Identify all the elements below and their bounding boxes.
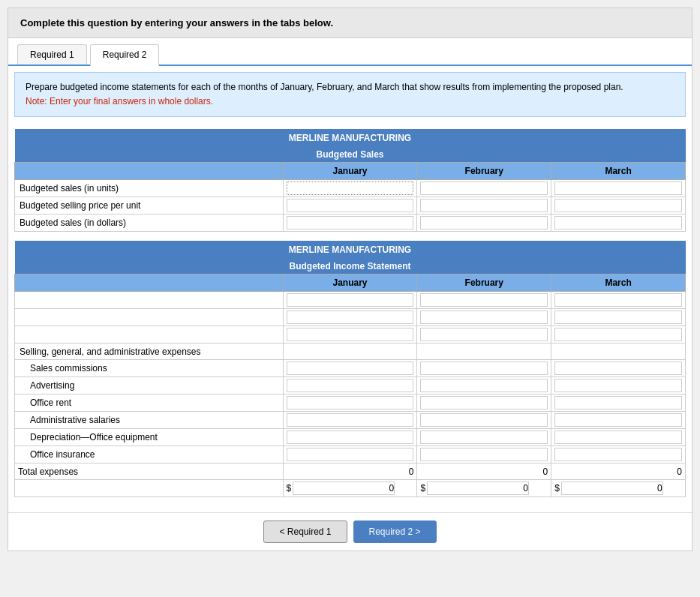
is-jan-insurance (283, 446, 417, 464)
is-subtitle-row: Budgeted Income Statement (15, 259, 686, 274)
tab-required1[interactable]: Required 1 (17, 44, 87, 64)
instruction-bar: Complete this question by entering your … (8, 8, 692, 38)
is-feb-commissions (417, 360, 551, 377)
is-label-sga: Selling, general, and administrative exp… (15, 344, 284, 360)
is-feb-3-input[interactable] (420, 328, 548, 341)
is-mar-final-input[interactable] (561, 482, 663, 495)
is-title-row: MERLINE MANUFACTURING (15, 241, 686, 259)
is-mar-rent-input[interactable] (554, 396, 682, 410)
is-feb-1-input[interactable] (420, 293, 548, 307)
is-label-2 (15, 309, 284, 326)
tab-required2[interactable]: Required 2 (90, 44, 160, 66)
is-mar-sga (551, 344, 686, 360)
is-feb-2-input[interactable] (420, 310, 548, 324)
is-feb-depreciation (417, 429, 551, 446)
bs-mar-dollars-cell (551, 214, 686, 232)
back-button[interactable]: < Required 1 (263, 520, 347, 543)
is-row-commissions: Sales commissions (15, 360, 686, 377)
is-jan-final-cell: $ (283, 480, 417, 497)
is-mar-3 (551, 326, 686, 344)
is-feb-rent (417, 394, 551, 412)
is-feb-commissions-input[interactable] (420, 362, 548, 375)
bs-label-units: Budgeted sales (in units) (15, 180, 284, 197)
is-feb-insurance-input[interactable] (420, 448, 548, 461)
is-mar-advertising-input[interactable] (554, 379, 682, 392)
is-feb-sga (417, 344, 551, 360)
bs-mar-dollars-input[interactable] (554, 216, 682, 230)
is-label-rent: Office rent (15, 394, 284, 412)
is-label-final (15, 480, 284, 497)
bs-mar-units-input[interactable] (554, 182, 682, 195)
is-jan-1 (283, 292, 417, 309)
is-feb-rent-input[interactable] (420, 396, 548, 410)
tabs-bar: Required 1 Required 2 (8, 38, 692, 66)
is-label-3 (15, 326, 284, 344)
is-row-3 (15, 326, 686, 344)
is-row-salaries: Administrative salaries (15, 412, 686, 429)
is-mar-salaries-input[interactable] (554, 413, 682, 427)
is-mar-1-input[interactable] (554, 293, 682, 307)
bs-col-headers: January February March (15, 163, 686, 180)
is-mar-insurance (551, 446, 686, 464)
is-mar-2-input[interactable] (554, 310, 682, 324)
is-feb-salaries-input[interactable] (420, 413, 548, 427)
is-subtitle: Budgeted Income Statement (15, 259, 686, 274)
is-mar-insurance-input[interactable] (554, 448, 682, 461)
is-jan-3-input[interactable] (287, 328, 414, 341)
is-jan-1-input[interactable] (287, 293, 414, 307)
is-title: MERLINE MANUFACTURING (15, 241, 686, 259)
forward-button[interactable]: Required 2 > (353, 520, 437, 543)
is-mar-1 (551, 292, 686, 309)
is-label-advertising: Advertising (15, 377, 284, 394)
is-row-total: Total expenses 0 0 0 (15, 464, 686, 480)
bs-jan-price-input[interactable] (287, 199, 414, 212)
is-jan-rent-input[interactable] (287, 396, 414, 410)
bs-jan-dollars-input[interactable] (287, 216, 414, 230)
is-label-total: Total expenses (15, 464, 284, 480)
is-jan-insurance-input[interactable] (287, 448, 414, 461)
bs-row-dollars: Budgeted sales (in dollars) (15, 214, 686, 232)
is-jan-commissions (283, 360, 417, 377)
is-mar-salaries (551, 412, 686, 429)
is-jan-depreciation (283, 429, 417, 446)
is-label-depreciation: Depreciation—Office equipment (15, 429, 284, 446)
main-content: MERLINE MANUFACTURING Budgeted Sales Jan… (8, 123, 692, 512)
bs-title-row: MERLINE MANUFACTURING (15, 129, 686, 147)
is-mar-commissions-input[interactable] (554, 362, 682, 375)
is-feb-1 (417, 292, 551, 309)
bs-jan-units-input[interactable] (287, 182, 414, 195)
is-row-1 (15, 292, 686, 309)
is-jan-commissions-input[interactable] (287, 362, 414, 375)
bs-row-units: Budgeted sales (in units) (15, 180, 686, 197)
income-statement-table: MERLINE MANUFACTURING Budgeted Income St… (14, 241, 686, 497)
is-label-insurance: Office insurance (15, 446, 284, 464)
is-feb-final-input[interactable] (427, 482, 529, 495)
bs-subtitle: Budgeted Sales (15, 147, 686, 163)
description-box: Prepare budgeted income statements for e… (14, 72, 686, 117)
is-feb-total: 0 (417, 464, 551, 480)
is-feb-3 (417, 326, 551, 344)
is-jan-rent (283, 394, 417, 412)
bs-jan-units-cell (283, 180, 417, 197)
is-jan-salaries-input[interactable] (287, 413, 414, 427)
bs-label-price: Budgeted selling price per unit (15, 197, 284, 214)
bs-mar-price-input[interactable] (554, 199, 682, 212)
is-jan-2-input[interactable] (287, 310, 414, 324)
bs-feb-units-input[interactable] (420, 182, 548, 195)
is-mar-depreciation (551, 429, 686, 446)
is-jan-final-input[interactable] (293, 482, 395, 495)
is-jan-depreciation-input[interactable] (287, 430, 414, 444)
bs-label-dollars: Budgeted sales (in dollars) (15, 214, 284, 232)
bs-feb-dollars-input[interactable] (420, 216, 548, 230)
is-jan-2 (283, 309, 417, 326)
is-feb-advertising (417, 377, 551, 394)
bs-subtitle-row: Budgeted Sales (15, 147, 686, 163)
is-mar-3-input[interactable] (554, 328, 682, 341)
is-feb-advertising-input[interactable] (420, 379, 548, 392)
is-feb-depreciation-input[interactable] (420, 430, 548, 444)
description-main: Prepare budgeted income statements for e… (26, 80, 674, 94)
is-mar-depreciation-input[interactable] (554, 430, 682, 444)
bs-feb-price-input[interactable] (420, 199, 548, 212)
is-row-insurance: Office insurance (15, 446, 686, 464)
is-jan-advertising-input[interactable] (287, 379, 414, 392)
